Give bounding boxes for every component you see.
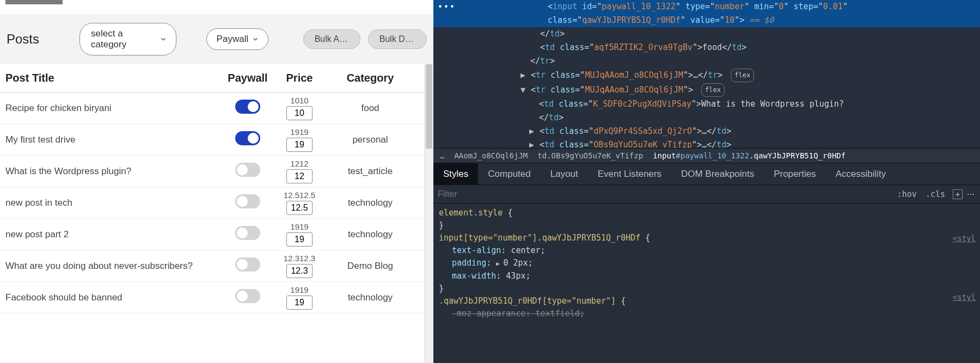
paywall-toggle[interactable] xyxy=(235,289,260,303)
post-title-cell: Recipe for chicken biryani xyxy=(5,103,223,114)
post-title-cell: Facebook should be banned xyxy=(5,292,223,303)
stylesheet-link[interactable]: <styl xyxy=(953,234,976,243)
price-type-select[interactable]: Paywall xyxy=(206,28,269,50)
category-cell: test_article xyxy=(327,166,414,177)
elements-node-food-td[interactable]: <td class="aqf5RZTIK2_Orva9TgBv">food</t… xyxy=(433,41,980,54)
price-input[interactable] xyxy=(286,138,313,152)
price-display-label: 1919 xyxy=(290,285,308,294)
table-row: new post in tech12.512.5technology xyxy=(0,187,424,219)
elements-node-wp-td-close[interactable]: </td> xyxy=(433,111,980,125)
flex-badge[interactable]: flex xyxy=(701,83,725,97)
header-price: Price xyxy=(272,72,327,84)
admin-top-bar-fragment xyxy=(5,0,63,4)
category-cell: food xyxy=(327,103,414,114)
price-input[interactable] xyxy=(286,232,313,247)
hov-toggle[interactable]: :hov xyxy=(893,189,921,199)
category-cell: technology xyxy=(327,292,414,303)
price-input[interactable] xyxy=(286,296,313,310)
post-title-cell: My first test drive xyxy=(5,134,223,145)
paywall-toggle[interactable] xyxy=(235,226,260,240)
styles-rules[interactable]: element.style { } <styl input[type="numb… xyxy=(433,204,980,363)
price-cell: 1919 xyxy=(272,127,327,152)
stylesheet-link[interactable]: <styl xyxy=(953,293,976,302)
table-row: My first test drive1919personal xyxy=(0,124,424,156)
category-cell: Demo Blog xyxy=(327,261,414,272)
paywall-cell xyxy=(223,289,272,306)
header-category: Category xyxy=(327,72,414,84)
posts-table: Post Title Paywall Price Category Recipe… xyxy=(0,64,433,313)
price-display-label: 1919 xyxy=(290,127,308,137)
elements-node-td3[interactable]: ▶ <td class="OBs9gYuO5u7eK_vTifzp">…</td… xyxy=(433,138,980,148)
breadcrumb-ellipsis[interactable]: … xyxy=(440,151,444,160)
elements-node-input-selected[interactable]: <input id="paywall_10_1322" type="number… xyxy=(433,0,980,14)
paywall-cell xyxy=(223,163,272,180)
tab-layout[interactable]: Layout xyxy=(541,163,588,184)
category-cell: technology xyxy=(327,229,414,240)
post-title-cell: new post in tech xyxy=(5,198,223,208)
header-paywall: Paywall xyxy=(223,72,272,84)
flex-badge[interactable]: flex xyxy=(731,69,754,82)
price-display-label: 12.312.3 xyxy=(284,254,315,263)
price-display-label: 1010 xyxy=(290,96,308,105)
elements-node-close-td[interactable]: </td> xyxy=(433,27,980,41)
tab-computed[interactable]: Computed xyxy=(478,163,540,184)
table-row: What are you doing about never-subscribe… xyxy=(0,250,424,282)
tab-dom-breakpoints[interactable]: DOM Breakpoints xyxy=(671,163,764,184)
tab-properties[interactable]: Properties xyxy=(764,163,825,184)
price-display-label: 1919 xyxy=(290,222,308,231)
posts-title: Posts xyxy=(7,32,39,47)
elements-node-wp-td[interactable]: <td class="K_SDF0c2PugXdQViPSay">What is… xyxy=(433,97,980,111)
price-cell: 1919 xyxy=(272,222,327,247)
scrollbar-thumb[interactable] xyxy=(426,64,432,149)
elements-node-td2[interactable]: ▶ <td class="dPxQ9Pr4SSa5xd_Qj2rO">…</td… xyxy=(433,125,980,138)
scrollbar-track[interactable] xyxy=(424,64,433,363)
bulk-activate-button[interactable]: Bulk Act... xyxy=(303,29,360,49)
paywall-cell xyxy=(223,194,272,211)
tab-event-listeners[interactable]: Event Listeners xyxy=(588,163,671,184)
styles-more-button[interactable]: ⋯ xyxy=(966,189,976,199)
cls-toggle[interactable]: .cls xyxy=(921,189,950,199)
price-input[interactable] xyxy=(286,201,313,215)
breadcrumb-item-active[interactable]: input#paywall_10_1322.qawYJbJPRYB51Q_r0H… xyxy=(653,151,846,160)
price-display-label: 1212 xyxy=(290,159,308,168)
admin-posts-panel: Posts select a category Paywall Bulk Act… xyxy=(0,0,433,363)
elements-node-close-tr[interactable]: </tr> xyxy=(433,54,980,68)
more-icon[interactable]: ••• xyxy=(438,2,456,12)
post-title-cell: What are you doing about never-subscribe… xyxy=(5,261,223,272)
breadcrumb-item[interactable]: td.OBs9gYuO5u7eK_vTifzp xyxy=(537,151,643,160)
category-select-label: select a category xyxy=(91,28,153,50)
tab-styles[interactable]: Styles xyxy=(433,163,478,184)
elements-breadcrumb[interactable]: … AAomJ_o8COql6jJM td.OBs9gYuO5u7eK_vTif… xyxy=(433,148,980,163)
new-style-rule-button[interactable]: + xyxy=(953,189,963,199)
styles-filter-bar: :hov .cls + ⋯ xyxy=(433,185,980,204)
category-select[interactable]: select a category xyxy=(79,23,176,56)
styles-filter-input[interactable] xyxy=(438,189,893,199)
chevron-down-icon xyxy=(252,35,259,43)
price-input[interactable] xyxy=(286,106,313,120)
price-type-select-label: Paywall xyxy=(217,34,249,45)
header-post-title: Post Title xyxy=(5,72,223,84)
price-input[interactable] xyxy=(286,169,313,183)
table-row: What is the Wordpress plugin?1212test_ar… xyxy=(0,156,424,187)
bulk-deactivate-button[interactable]: Bulk De-... xyxy=(368,29,427,49)
price-cell: 1212 xyxy=(272,159,327,183)
price-display-label: 12.512.5 xyxy=(284,190,315,200)
devtools-panel: ••• <input id="paywall_10_1322" type="nu… xyxy=(433,0,980,363)
price-cell: 12.312.3 xyxy=(272,254,327,278)
elements-node-tr-collapsed[interactable]: ▶ <tr class="MUJqAAomJ_o8COql6jJM">…</tr… xyxy=(433,68,980,83)
paywall-toggle[interactable] xyxy=(235,163,260,177)
elements-node-input-selected-cont[interactable]: class="qawYJbJPRYB51Q_r0HDf" value="10">… xyxy=(433,14,980,27)
paywall-toggle[interactable] xyxy=(235,100,260,114)
paywall-toggle[interactable] xyxy=(235,194,260,208)
breadcrumb-item[interactable]: AAomJ_o8COql6jJM xyxy=(454,151,528,160)
price-cell: 1919 xyxy=(272,285,327,310)
tab-accessibility[interactable]: Accessibility xyxy=(826,163,896,184)
paywall-toggle[interactable] xyxy=(235,131,260,145)
paywall-toggle[interactable] xyxy=(235,257,260,272)
paywall-cell xyxy=(223,131,272,148)
elements-node-tr-expanded[interactable]: ▼ <tr class="MUJqAAomJ_o8COql6jJM"> flex xyxy=(433,83,980,97)
paywall-cell xyxy=(223,100,272,116)
price-input[interactable] xyxy=(286,264,313,278)
elements-tree[interactable]: ••• <input id="paywall_10_1322" type="nu… xyxy=(433,0,980,148)
chevron-down-icon xyxy=(160,35,167,43)
